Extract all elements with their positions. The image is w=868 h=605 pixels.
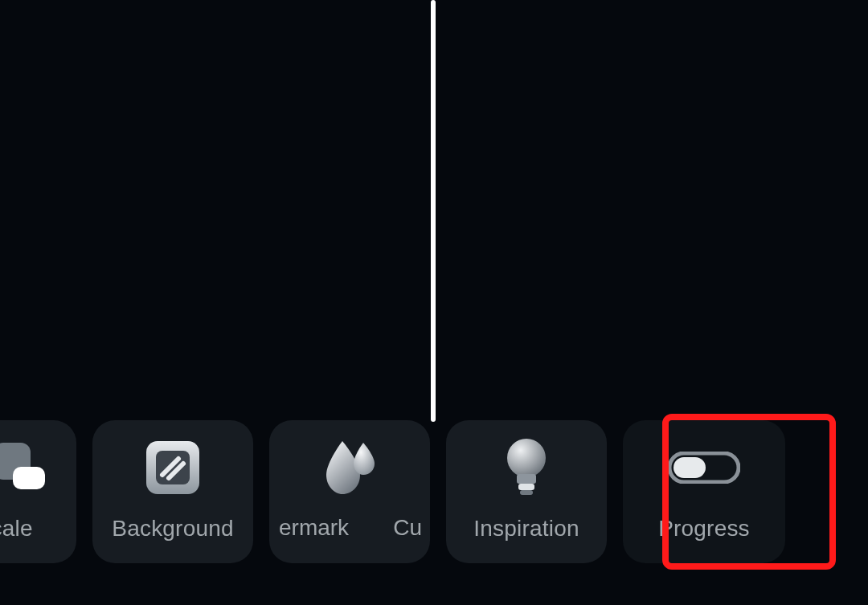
tool-scale[interactable]: scale (0, 420, 76, 563)
tool-progress-label: Progress (658, 516, 750, 542)
tool-watermark[interactable]: ermark Cu (269, 420, 430, 563)
tool-scale-label: scale (0, 516, 33, 542)
bottom-toolbar: scale Background (0, 420, 868, 563)
svg-rect-7 (517, 474, 536, 484)
tool-inspiration-label: Inspiration (473, 516, 579, 542)
tool-watermark-label-left: ermark (279, 515, 349, 541)
center-divider-line (431, 0, 436, 422)
tool-inspiration[interactable]: Inspiration (446, 420, 607, 563)
svg-rect-8 (518, 484, 534, 490)
watermark-icon (323, 441, 376, 493)
svg-rect-11 (674, 457, 706, 478)
tool-background-label: Background (112, 516, 233, 542)
lightbulb-icon (504, 442, 549, 493)
scale-icon (0, 442, 51, 493)
tool-progress[interactable]: Progress (623, 420, 785, 563)
canvas-area (0, 0, 868, 422)
toggle-icon (668, 442, 740, 493)
svg-rect-1 (13, 467, 45, 489)
tool-background[interactable]: Background (92, 420, 253, 563)
background-icon (145, 442, 201, 493)
svg-rect-9 (520, 490, 533, 495)
tool-watermark-label-right: Cu (393, 515, 422, 541)
svg-point-6 (507, 439, 546, 477)
